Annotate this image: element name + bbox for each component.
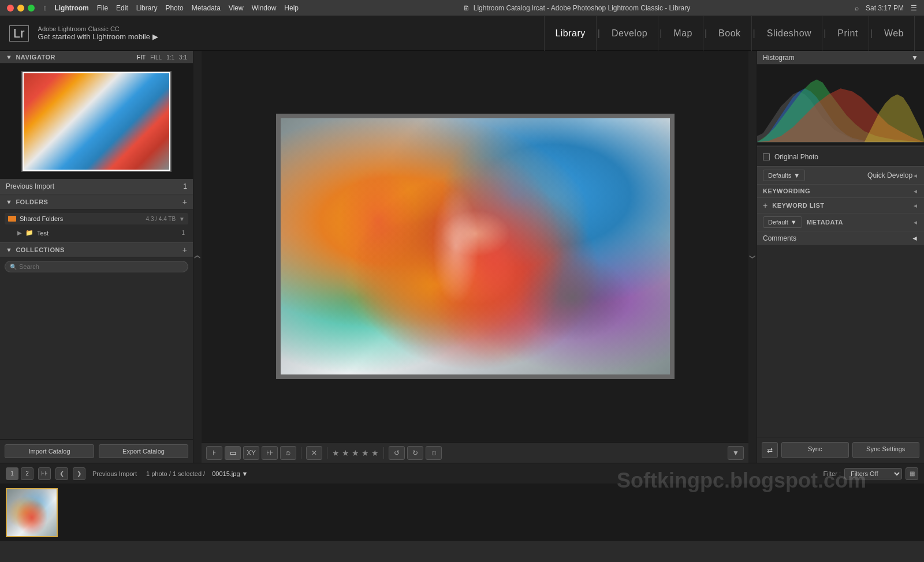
subfolder-count: 1 xyxy=(181,230,185,236)
metadata-header[interactable]: Default ▼ Metadata ◄ xyxy=(757,213,924,231)
spotlight-icon[interactable]: ⌕ xyxy=(855,4,859,12)
library-menu[interactable]: Library xyxy=(136,4,158,12)
keyword-list-label: Keyword List xyxy=(772,202,824,209)
collections-search-input[interactable] xyxy=(19,263,183,270)
metadata-menu[interactable]: Metadata xyxy=(192,4,221,12)
comments-collapse-icon[interactable]: ◄ xyxy=(911,234,918,242)
tab-map[interactable]: Map xyxy=(663,16,703,51)
sync-button[interactable]: Sync xyxy=(781,442,849,458)
histogram-collapse-icon[interactable]: ▼ xyxy=(911,54,918,62)
apple-menu[interactable]:  xyxy=(44,4,46,12)
previous-import-label: Previous Import xyxy=(6,182,54,190)
filmstrip-filename[interactable]: 00015.jpg ▼ xyxy=(212,470,248,477)
zoom-fit[interactable]: FIT xyxy=(137,54,146,61)
filter-select[interactable]: Filters Off xyxy=(844,468,902,479)
keywording-header[interactable]: Keywording ◄ xyxy=(757,185,924,197)
keyword-list-add-button[interactable]: + xyxy=(763,201,767,210)
file-menu[interactable]: File xyxy=(97,4,108,12)
app-name-menu[interactable]: Lightroom xyxy=(54,4,88,12)
photo-menu[interactable]: Photo xyxy=(165,4,183,12)
quick-develop-header[interactable]: Defaults ▼ Quick Develop ◄ xyxy=(757,167,924,184)
filmstrip-grid-button[interactable]: ⊦⊦ xyxy=(38,467,51,480)
crop-button[interactable]: ⎅ xyxy=(426,446,442,460)
filmstrip-filename-dropdown[interactable]: ▼ xyxy=(242,470,248,477)
tab-library[interactable]: Library xyxy=(544,16,596,51)
view-toolbar: ⊦ ▭ XY ⊦⊦ ☺ ✕ ★ ★ ★ ★ ★ ↺ ↻ ⎅ ▼ xyxy=(202,442,748,463)
nav-thumbnail[interactable] xyxy=(21,71,172,172)
filmstrip-nav: 1 2 xyxy=(6,467,33,480)
keywording-collapse-icon[interactable]: ◄ xyxy=(912,188,918,194)
star-5[interactable]: ★ xyxy=(371,448,379,458)
close-button[interactable] xyxy=(7,5,14,12)
compare-view-button[interactable]: XY xyxy=(243,446,259,460)
filmstrip-page-2[interactable]: 2 xyxy=(21,467,33,480)
export-catalog-button[interactable]: Export Catalog xyxy=(99,444,188,458)
star-4[interactable]: ★ xyxy=(362,448,369,458)
filter-options-button[interactable]: ▦ xyxy=(906,467,918,480)
navigator-header[interactable]: ▼ Navigator FIT FILL 1:1 3:1 xyxy=(0,51,193,63)
maximize-button[interactable] xyxy=(28,5,35,12)
import-catalog-button[interactable]: Import Catalog xyxy=(5,444,94,458)
tab-print[interactable]: Print xyxy=(827,16,869,51)
collections-add-button[interactable]: + xyxy=(182,245,187,254)
folders-content: Shared Folders 4.3 / 4.4 TB ▼ ▶ 📁 Test 1 xyxy=(0,209,193,242)
people-view-button[interactable]: ☺ xyxy=(280,446,296,460)
survey-view-button[interactable]: ⊦⊦ xyxy=(262,446,278,460)
time-display: Sat 3:17 PM xyxy=(866,4,904,12)
tab-book[interactable]: Book xyxy=(708,16,751,51)
quick-develop-collapse-icon[interactable]: ◄ xyxy=(912,173,918,179)
subfolder-test[interactable]: ▶ 📁 Test 1 xyxy=(5,227,188,239)
sync-icon-button[interactable]: ⇄ xyxy=(762,442,778,458)
window-menu[interactable]: Window xyxy=(252,4,277,12)
metadata-collapse-icon[interactable]: ◄ xyxy=(912,219,918,226)
tab-web[interactable]: Web xyxy=(874,16,915,51)
star-rating[interactable]: ★ ★ ★ ★ ★ xyxy=(332,448,379,458)
left-panel-collapse[interactable]: ❮ xyxy=(193,51,202,463)
zoom-options: FIT FILL 1:1 3:1 xyxy=(137,54,187,61)
star-2[interactable]: ★ xyxy=(342,448,349,458)
filmstrip-next-button[interactable]: ❯ xyxy=(73,467,85,480)
rotate-left-button[interactable]: ↺ xyxy=(389,446,405,460)
filmstrip-prev-button[interactable]: ❮ xyxy=(55,467,68,480)
filmstrip-page-1[interactable]: 1 xyxy=(6,467,18,480)
minimize-button[interactable] xyxy=(17,5,24,12)
original-photo-checkbox[interactable] xyxy=(763,153,770,160)
grid-view-button[interactable]: ⊦ xyxy=(206,446,222,460)
folders-add-button[interactable]: + xyxy=(182,197,187,207)
folders-header[interactable]: ▼ Folders + xyxy=(0,194,193,209)
histogram-header[interactable]: Histogram ▼ xyxy=(757,51,924,65)
zoom-3-1[interactable]: 3:1 xyxy=(179,54,187,61)
notification-icon[interactable]: ☰ xyxy=(911,4,917,12)
mobile-link[interactable]: Get started with Lightroom mobile ▶ xyxy=(38,32,158,41)
help-menu[interactable]: Help xyxy=(284,4,299,12)
folders-triangle: ▼ xyxy=(6,198,12,205)
tab-slideshow[interactable]: Slideshow xyxy=(757,16,822,51)
keyword-list-collapse-icon[interactable]: ◄ xyxy=(912,203,918,209)
right-panel-collapse[interactable]: ❯ xyxy=(748,51,757,463)
collections-header[interactable]: ▼ Collections + xyxy=(0,242,193,257)
previous-import[interactable]: Previous Import 1 xyxy=(0,179,193,194)
quick-develop-preset[interactable]: Defaults ▼ xyxy=(763,170,805,181)
flag-reject-button[interactable]: ✕ xyxy=(306,446,322,460)
toolbar-dropdown-button[interactable]: ▼ xyxy=(728,446,744,460)
comments-section[interactable]: Comments ◄ xyxy=(757,231,924,245)
shared-folder[interactable]: Shared Folders 4.3 / 4.4 TB ▼ xyxy=(5,213,188,224)
view-menu[interactable]: View xyxy=(229,4,244,12)
sync-settings-button[interactable]: Sync Settings xyxy=(852,442,920,458)
rotate-right-button[interactable]: ↻ xyxy=(407,446,423,460)
edit-menu[interactable]: Edit xyxy=(116,4,128,12)
keyword-list-header[interactable]: + Keyword List ◄ xyxy=(757,198,924,213)
filter-label: Filter : xyxy=(823,470,841,477)
zoom-fill[interactable]: FILL xyxy=(150,54,162,61)
nav-thumb-overlay xyxy=(23,72,170,171)
star-1[interactable]: ★ xyxy=(332,448,340,458)
folder-chevron-icon[interactable]: ▼ xyxy=(179,216,185,222)
left-sidebar: ▼ Navigator FIT FILL 1:1 3:1 Previous Im… xyxy=(0,51,193,463)
zoom-1-1[interactable]: 1:1 xyxy=(166,54,174,61)
metadata-preset[interactable]: Default ▼ xyxy=(763,216,802,228)
star-3[interactable]: ★ xyxy=(352,448,359,458)
tab-develop[interactable]: Develop xyxy=(601,16,658,51)
sidebar-bottom-buttons: Import Catalog Export Catalog xyxy=(0,439,193,463)
loupe-view-button[interactable]: ▭ xyxy=(225,446,241,460)
filmstrip-thumb-1[interactable] xyxy=(6,488,58,537)
